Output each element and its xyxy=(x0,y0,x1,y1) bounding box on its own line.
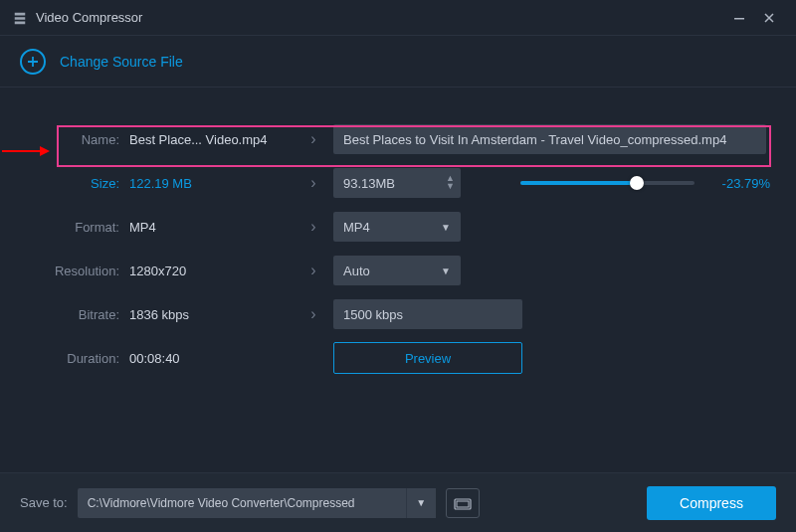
open-folder-button[interactable] xyxy=(446,488,480,518)
chevron-right-icon: › xyxy=(294,305,333,323)
name-value: Best Place... Video.mp4 xyxy=(129,132,294,147)
bitrate-input[interactable]: 1500 kbps xyxy=(333,299,522,329)
compress-button[interactable]: Compress xyxy=(647,486,776,520)
minimize-button[interactable] xyxy=(724,3,754,33)
row-bitrate: Bitrate: 1836 kbps › 1500 kbps xyxy=(20,292,776,336)
chevron-right-icon: › xyxy=(294,130,333,148)
add-icon xyxy=(20,49,46,75)
duration-label: Duration: xyxy=(20,351,129,366)
output-name-value: Best Places to Visit In Amsterdam - Trav… xyxy=(343,132,726,147)
app-title: Video Compressor xyxy=(36,10,142,25)
resolution-value: 1280x720 xyxy=(129,264,294,278)
save-path-dropdown[interactable]: ▼ xyxy=(406,488,436,518)
folder-icon xyxy=(454,496,472,510)
footer: Save to: C:\Vidmore\Vidmore Video Conver… xyxy=(0,472,796,532)
chevron-down-icon: ▼ xyxy=(441,222,451,233)
row-resolution: Resolution: 1280x720 › Auto ▼ xyxy=(20,249,776,292)
chevron-right-icon: › xyxy=(294,262,333,279)
size-slider-fill xyxy=(520,181,637,185)
change-source-row[interactable]: Change Source File xyxy=(0,36,796,88)
content-area: Name: Best Place... Video.mp4 › Best Pla… xyxy=(0,88,796,380)
target-size-value: 93.13MB xyxy=(343,176,395,191)
chevron-down-icon: ▼ xyxy=(441,266,451,276)
row-duration: Duration: 00:08:40 Preview xyxy=(20,336,776,380)
size-slider-wrap: -23.79% xyxy=(520,176,770,191)
resolution-selected: Auto xyxy=(343,264,370,278)
chevron-right-icon: › xyxy=(294,174,333,192)
duration-value: 00:08:40 xyxy=(129,351,294,366)
size-label: Size: xyxy=(20,176,129,191)
close-button[interactable] xyxy=(754,3,784,33)
titlebar: Video Compressor xyxy=(0,0,796,36)
preview-label: Preview xyxy=(405,351,451,366)
chevron-right-icon: › xyxy=(294,218,333,236)
svg-rect-4 xyxy=(457,501,469,507)
size-slider[interactable] xyxy=(520,181,695,185)
format-select[interactable]: MP4 ▼ xyxy=(333,212,461,242)
compress-label: Compress xyxy=(680,495,743,511)
svg-rect-0 xyxy=(734,18,744,20)
bitrate-label: Bitrate: xyxy=(20,307,129,322)
format-label: Format: xyxy=(20,220,129,235)
size-percent: -23.79% xyxy=(712,176,770,191)
chevron-down-icon: ▼ xyxy=(416,497,426,508)
app-icon xyxy=(12,10,28,26)
svg-marker-2 xyxy=(40,146,50,156)
size-slider-thumb[interactable] xyxy=(630,176,644,190)
resolution-select[interactable]: Auto ▼ xyxy=(333,256,461,285)
size-value: 122.19 MB xyxy=(129,176,294,191)
target-size-input[interactable]: 93.13MB ▲▼ xyxy=(333,168,461,198)
save-to-label: Save to: xyxy=(20,495,68,510)
row-format: Format: MP4 › MP4 ▼ xyxy=(20,205,776,249)
row-name: Name: Best Place... Video.mp4 › Best Pla… xyxy=(20,117,776,161)
change-source-label: Change Source File xyxy=(60,54,183,70)
format-value: MP4 xyxy=(129,220,294,235)
preview-button[interactable]: Preview xyxy=(333,342,522,374)
resolution-label: Resolution: xyxy=(20,264,129,278)
output-name-input[interactable]: Best Places to Visit In Amsterdam - Trav… xyxy=(333,124,766,154)
annotation-arrow xyxy=(2,144,50,158)
stepper-icon[interactable]: ▲▼ xyxy=(444,173,457,193)
bitrate-value: 1836 kbps xyxy=(129,307,294,322)
save-path-field[interactable]: C:\Vidmore\Vidmore Video Converter\Compr… xyxy=(78,488,406,518)
save-path-value: C:\Vidmore\Vidmore Video Converter\Compr… xyxy=(88,496,355,510)
bitrate-target: 1500 kbps xyxy=(343,307,403,322)
row-size: Size: 122.19 MB › 93.13MB ▲▼ -23.79% xyxy=(20,161,776,205)
format-selected: MP4 xyxy=(343,220,370,235)
